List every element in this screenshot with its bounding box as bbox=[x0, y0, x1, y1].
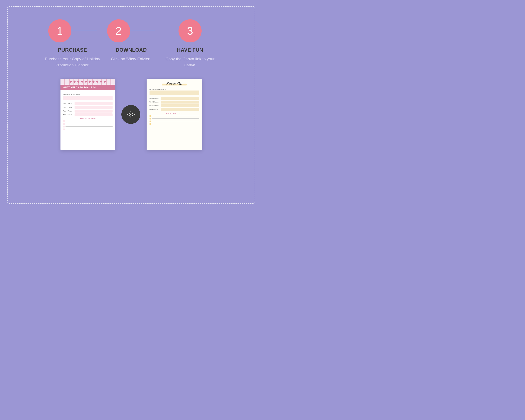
cream-week2-row: Week 2 Focus: bbox=[150, 101, 199, 103]
cream-todo-1 bbox=[150, 115, 199, 117]
pink-checkbox-3 bbox=[63, 126, 65, 128]
diamond-4 bbox=[81, 80, 83, 83]
diamond-9 bbox=[100, 80, 102, 83]
diamond-7 bbox=[92, 80, 94, 83]
step-3-title: HAVE FUN bbox=[177, 47, 203, 53]
cream-document: Focus On My main focus this month: Week … bbox=[147, 79, 202, 150]
pink-todo-2 bbox=[63, 123, 112, 125]
diamond-6 bbox=[88, 80, 91, 83]
cream-checkbox-1 bbox=[150, 115, 151, 117]
svg-point-0 bbox=[127, 114, 128, 115]
step-1-title: PURCHASE bbox=[58, 47, 87, 53]
steps-row: 1 PURCHASE Purchase Your Copy of Holiday… bbox=[20, 19, 242, 68]
cream-main-focus-input bbox=[150, 91, 199, 95]
svg-point-6 bbox=[132, 112, 133, 114]
cream-checkbox-2 bbox=[150, 118, 151, 120]
pink-checkbox-4 bbox=[63, 129, 65, 130]
step-2-title: DOWNLOAD bbox=[116, 47, 147, 53]
pink-week4-row: Week 4 Focus: bbox=[63, 113, 112, 116]
step-1-desc: Purchase Your Copy of Holiday Promotion … bbox=[43, 56, 102, 68]
pink-todo-label: MAIN TO DO LIST: bbox=[63, 118, 112, 120]
step-1: 1 PURCHASE Purchase Your Copy of Holiday… bbox=[43, 19, 102, 68]
pink-week3-row: Week 3 Focus: bbox=[63, 110, 112, 112]
pink-todo-1 bbox=[63, 120, 112, 122]
main-container: 1 PURCHASE Purchase Your Copy of Holiday… bbox=[7, 6, 255, 204]
diamond-1 bbox=[69, 80, 72, 83]
pink-document: WHAT NEEDS TO FOCUS ON My main focus thi… bbox=[60, 79, 115, 150]
docs-row: WHAT NEEDS TO FOCUS ON My main focus thi… bbox=[20, 79, 242, 150]
svg-point-7 bbox=[132, 115, 133, 116]
step-3-desc: Copy the Canva link to your Canva. bbox=[161, 56, 219, 68]
cream-todo-4 bbox=[150, 123, 199, 125]
connector-1-2 bbox=[71, 31, 97, 31]
cream-doc-title: Focus On bbox=[166, 81, 182, 86]
cream-week1-row: Week 1 Focus: bbox=[150, 97, 199, 100]
step-2-desc: Click on 'View Folder'. bbox=[111, 56, 151, 62]
svg-point-4 bbox=[130, 114, 131, 115]
pink-doc-body: My main focus this month: Week 1 Focus: … bbox=[60, 90, 115, 133]
cream-todo-label: MAIN TO DO LIST: bbox=[150, 113, 199, 114]
cream-main-focus-label: My main focus this month: bbox=[150, 88, 199, 90]
cream-doc-body: Focus On My main focus this month: Week … bbox=[147, 79, 202, 150]
step-2: 2 DOWNLOAD Click on 'View Folder'. bbox=[102, 19, 161, 62]
arrow-button[interactable] bbox=[121, 105, 140, 124]
step-2-desc-plain: Click on bbox=[111, 57, 126, 61]
pink-doc-title-bar: WHAT NEEDS TO FOCUS ON bbox=[60, 85, 115, 90]
svg-point-5 bbox=[130, 116, 131, 117]
connector-2-3 bbox=[130, 31, 155, 31]
step-3: 3 HAVE FUN Copy the Canva link to your C… bbox=[161, 19, 219, 68]
svg-point-8 bbox=[133, 114, 135, 115]
cream-checkbox-4 bbox=[150, 123, 151, 125]
pink-doc-pattern bbox=[60, 79, 115, 85]
step-1-circle: 1 bbox=[48, 19, 71, 42]
pink-todo-3 bbox=[63, 126, 112, 128]
diamonds-row bbox=[70, 81, 106, 83]
arrow-icon bbox=[126, 111, 136, 118]
cream-todo-3 bbox=[150, 121, 199, 122]
pink-week1-row: Week 1 Focus: bbox=[63, 102, 112, 105]
diamond-3 bbox=[77, 80, 79, 83]
diamond-5 bbox=[85, 80, 87, 83]
pink-main-focus-label: My main focus this month: bbox=[63, 94, 112, 95]
cream-week3-row: Week 3 Focus: bbox=[150, 104, 199, 107]
step-2-circle: 2 bbox=[107, 19, 130, 42]
diamond-8 bbox=[96, 80, 98, 83]
pink-checkbox-1 bbox=[63, 120, 65, 122]
cream-checkbox-3 bbox=[150, 121, 151, 122]
step-3-circle: 3 bbox=[178, 19, 202, 42]
cream-week4-row: Week 4 Focus: bbox=[150, 108, 199, 111]
pink-todo-4 bbox=[63, 129, 112, 130]
diamond-2 bbox=[73, 80, 75, 83]
pink-checkbox-2 bbox=[63, 123, 65, 125]
svg-point-2 bbox=[129, 115, 130, 116]
step-2-desc-bold: 'View Folder' bbox=[126, 57, 150, 61]
svg-point-1 bbox=[129, 112, 130, 114]
cream-todo-2 bbox=[150, 118, 199, 120]
diamond-10 bbox=[103, 80, 106, 83]
svg-point-3 bbox=[130, 111, 131, 112]
pink-main-focus-input bbox=[63, 96, 112, 100]
pink-week2-row: Week 2 Focus: bbox=[63, 106, 112, 109]
